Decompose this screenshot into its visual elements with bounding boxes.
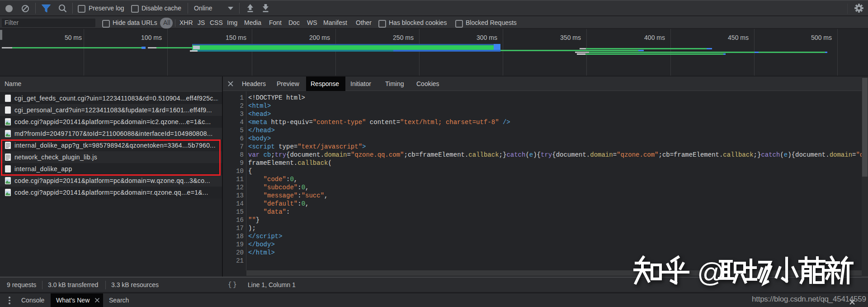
svg-text:@: @	[697, 257, 725, 288]
